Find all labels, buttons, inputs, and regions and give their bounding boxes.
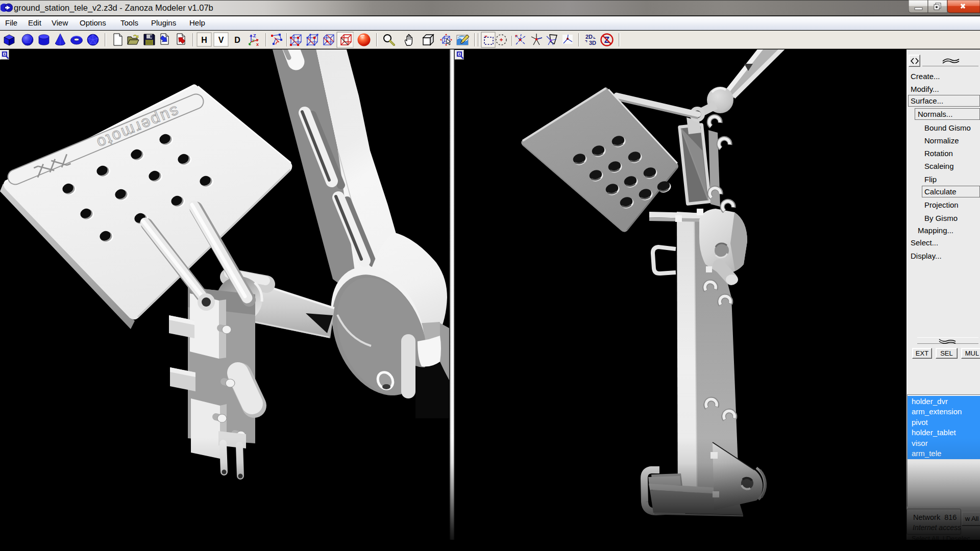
svg-text:V: V	[218, 36, 224, 44]
svg-text:3D: 3D	[589, 40, 596, 46]
svg-text:2D: 2D	[585, 34, 593, 40]
svg-text:y: y	[252, 38, 254, 42]
svg-text:D: D	[234, 36, 240, 44]
svg-text:⌝: ⌝	[585, 40, 587, 45]
svg-text:⌞: ⌞	[593, 34, 596, 39]
svg-text:H: H	[201, 36, 207, 44]
svg-text:x: x	[256, 42, 259, 47]
